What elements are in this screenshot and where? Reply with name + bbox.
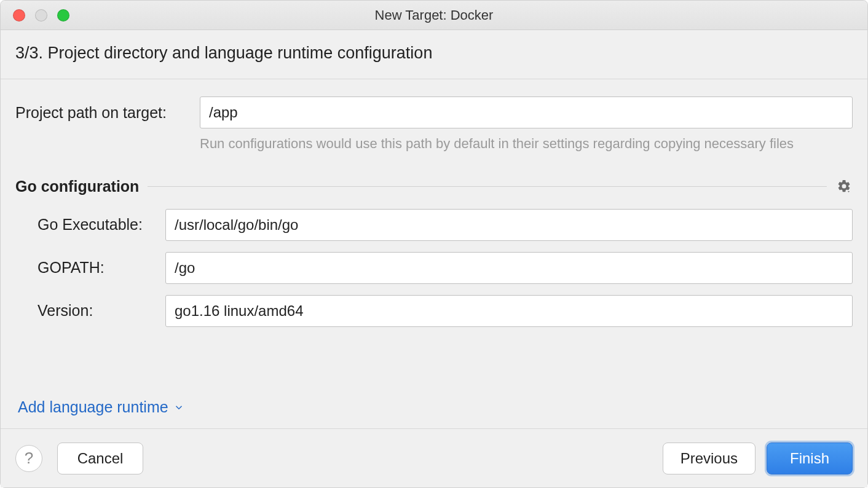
step-header: 3/3. Project directory and language runt…: [1, 30, 867, 79]
project-path-helper: Run configurations would use this path b…: [200, 135, 853, 153]
project-path-input[interactable]: [200, 96, 853, 128]
section-divider: [148, 186, 827, 187]
go-exec-label: Go Executable:: [15, 209, 165, 241]
finish-button[interactable]: Finish: [767, 443, 853, 474]
add-runtime-link[interactable]: Add language runtime: [15, 398, 853, 416]
project-path-field-col: Run configurations would use this path b…: [200, 96, 853, 153]
dialog-footer: ? Cancel Previous Finish: [1, 428, 867, 487]
previous-button[interactable]: Previous: [663, 443, 756, 474]
titlebar: New Target: Docker: [1, 1, 867, 30]
go-config-section-header: Go configuration: [15, 178, 853, 195]
go-exec-row: Go Executable:: [15, 209, 853, 241]
dialog-body: Project path on target: Run configuratio…: [1, 79, 867, 428]
help-icon: ?: [25, 449, 33, 468]
help-button[interactable]: ?: [15, 445, 42, 472]
project-path-label: Project path on target:: [15, 96, 200, 122]
add-runtime-text: Add language runtime: [18, 398, 168, 416]
gopath-row: GOPATH:: [15, 252, 853, 284]
go-config-title: Go configuration: [15, 178, 139, 195]
gopath-label: GOPATH:: [15, 252, 165, 284]
project-path-row: Project path on target: Run configuratio…: [15, 96, 853, 153]
version-row: Version:: [15, 295, 853, 327]
gear-icon[interactable]: [835, 178, 853, 195]
version-input[interactable]: [165, 295, 853, 327]
dialog-window: New Target: Docker 3/3. Project director…: [0, 0, 868, 488]
cancel-button[interactable]: Cancel: [57, 443, 143, 474]
gopath-input[interactable]: [165, 252, 853, 284]
chevron-down-icon: [173, 402, 184, 413]
version-label: Version:: [15, 295, 165, 327]
step-text: 3/3. Project directory and language runt…: [15, 44, 432, 62]
go-exec-input[interactable]: [165, 209, 853, 241]
window-title: New Target: Docker: [1, 7, 867, 23]
